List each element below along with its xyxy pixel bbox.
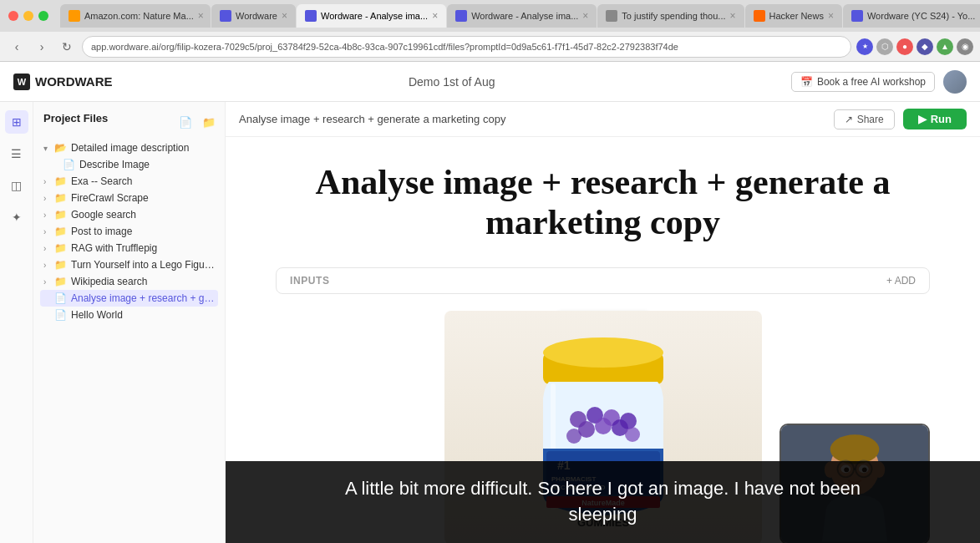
logo-icon: W: [13, 74, 30, 90]
browser-toolbar: ‹ › ↻ app.wordware.ai/org/filip-kozera-7…: [0, 32, 980, 62]
tab-hackernews[interactable]: Hacker News ×: [745, 4, 842, 28]
tree-item-detailed-image[interactable]: ▾ 📂 Detailed image description: [40, 140, 218, 156]
tab-label: Wordware (YC S24) - Yo...: [867, 11, 975, 21]
book-btn-label: Book a free AI workshop: [817, 76, 926, 88]
share-button[interactable]: ↗ Share: [834, 109, 895, 129]
folder-open-icon: 📂: [54, 142, 67, 154]
app-title: Demo 1st of Aug: [113, 75, 791, 89]
file-icon: 📄: [54, 309, 67, 321]
tree-item-rag[interactable]: › 📁 RAG with Trufflepig: [40, 240, 218, 256]
sidebar-icons: ⊞ ☰ ◫ ✦: [0, 102, 33, 543]
tab-wordware-analyse-2[interactable]: Wordware - Analyse ima... ×: [447, 4, 597, 28]
svg-point-21: [830, 434, 880, 464]
tab-wordware-yc[interactable]: Wordware (YC S24) - Yo... ×: [843, 4, 980, 28]
tab-close[interactable]: ×: [828, 10, 834, 22]
sidebar-icon-folder[interactable]: ◫: [5, 174, 28, 197]
tree-item-hello-world[interactable]: 📄 Hello World: [40, 307, 218, 323]
sidebar-icon-grid[interactable]: ⊞: [5, 110, 28, 134]
amazon-tab-icon: [69, 10, 80, 22]
file-tree: Project Files 📄 📁 ▾ 📂 Detailed image des…: [33, 102, 226, 543]
tab-wordware-analyse-active[interactable]: Wordware - Analyse ima... ×: [297, 4, 446, 28]
user-avatar[interactable]: [943, 70, 967, 94]
file-tree-title: Project Files: [40, 112, 108, 124]
tab-label: To justify spending thou...: [622, 11, 725, 21]
run-button[interactable]: ▶ Run: [903, 109, 967, 129]
app-content: W WORDWARE Demo 1st of Aug 📅 Book a free…: [0, 62, 980, 543]
tree-item-exa[interactable]: › 📁 Exa -- Search: [40, 173, 218, 190]
folder-icon: 📁: [54, 242, 67, 254]
bookmark-icon[interactable]: ★: [856, 38, 873, 55]
play-icon: ▶: [918, 113, 927, 125]
tree-item-google[interactable]: › 📁 Google search: [40, 206, 218, 223]
folder-icon: 📁: [54, 175, 67, 187]
book-workshop-button[interactable]: 📅 Book a free AI workshop: [791, 72, 935, 92]
tab-label: Wordware - Analyse ima...: [471, 11, 578, 21]
wordware-active-tab-icon: [305, 10, 317, 22]
minimize-traffic-light[interactable]: [23, 11, 33, 21]
forward-button[interactable]: ›: [32, 37, 52, 57]
tab-close[interactable]: ×: [582, 10, 588, 22]
tree-item-firecrawl[interactable]: › 📁 FireCrawl Scrape: [40, 190, 218, 206]
wordware-yc-tab-icon: [851, 10, 863, 22]
reload-button[interactable]: ↻: [57, 37, 77, 57]
chevron-right-icon: ›: [43, 194, 52, 203]
header-right: 📅 Book a free AI workshop: [791, 70, 967, 94]
tab-close[interactable]: ×: [730, 10, 736, 22]
tab-amazon[interactable]: Amazon.com: Nature Ma... ×: [60, 4, 211, 28]
chevron-down-icon: ▾: [43, 144, 52, 153]
share-btn-label: Share: [857, 114, 884, 125]
editor-area: Analyse image + research + generate a ma…: [226, 102, 980, 543]
back-button[interactable]: ‹: [7, 37, 27, 57]
tab-wordware-1[interactable]: Wordware ×: [211, 4, 296, 28]
tree-item-lego[interactable]: › 📁 Turn Yourself into a Lego Figure 🦄: [40, 256, 218, 273]
extension-icon-4[interactable]: ▲: [937, 38, 953, 55]
folder-icon: 📁: [54, 226, 67, 237]
prompt-title: Analyse image + research + generate a ma…: [276, 162, 930, 242]
tab-label: Amazon.com: Nature Ma...: [84, 11, 194, 21]
folder-icon: 📁: [54, 276, 67, 287]
justify-tab-icon: [606, 10, 617, 22]
tab-close[interactable]: ×: [282, 10, 287, 22]
subtitle-line2: sleeping: [569, 504, 637, 525]
maximize-traffic-light[interactable]: [38, 11, 48, 21]
share-icon: ↗: [845, 114, 853, 125]
tab-close[interactable]: ×: [198, 10, 204, 22]
tab-justify[interactable]: To justify spending thou... ×: [597, 4, 744, 28]
wordware-tab-icon: [220, 10, 231, 22]
new-file-icon[interactable]: 📄: [176, 114, 195, 132]
tree-item-describe-image[interactable]: 📄 Describe Image: [40, 156, 218, 173]
editor-toolbar: Analyse image + research + generate a ma…: [226, 102, 980, 137]
url-bar[interactable]: app.wordware.ai/org/filip-kozera-7029c5/…: [82, 36, 851, 58]
folder-icon: 📁: [54, 259, 67, 271]
subtitle-text: A little bit more difficult. So here I g…: [345, 478, 861, 525]
sidebar-icon-list[interactable]: ☰: [5, 142, 28, 165]
wordware-tab-icon-2: [455, 10, 467, 22]
sidebar-icon-star[interactable]: ✦: [5, 206, 28, 229]
subtitle-bar: A little bit more difficult. So here I g…: [226, 461, 980, 543]
inputs-bar: INPUTS + ADD: [276, 267, 930, 294]
chevron-right-icon: ›: [43, 277, 52, 287]
chevron-right-icon: ›: [43, 244, 52, 253]
extension-icon-5[interactable]: ◉: [957, 38, 973, 55]
extension-icon-1[interactable]: ⬡: [876, 38, 893, 55]
tab-label: Wordware: [236, 11, 277, 21]
svg-point-15: [595, 418, 612, 434]
tree-item-post[interactable]: › 📁 Post to image: [40, 223, 218, 240]
chevron-right-icon: ›: [43, 177, 52, 186]
tree-item-wikipedia[interactable]: › 📁 Wikipedia search: [40, 273, 218, 290]
extension-icon-2[interactable]: ●: [896, 38, 913, 55]
app-header: W WORDWARE Demo 1st of Aug 📅 Book a free…: [0, 62, 980, 102]
tree-item-analyse-active[interactable]: 📄 Analyse image + research + genera...: [40, 290, 218, 307]
book-icon: 📅: [800, 76, 813, 88]
tab-close[interactable]: ×: [432, 10, 438, 22]
add-button[interactable]: + ADD: [886, 275, 916, 287]
close-traffic-light[interactable]: [8, 11, 18, 21]
folder-icon: 📁: [54, 192, 67, 204]
tab-label: Hacker News: [769, 11, 824, 21]
chevron-right-icon: ›: [43, 211, 52, 220]
folder-icon: 📁: [54, 209, 67, 221]
extension-icon-3[interactable]: ◆: [917, 38, 933, 55]
editor-breadcrumb: Analyse image + research + generate a ma…: [239, 113, 825, 125]
new-folder-icon[interactable]: 📁: [200, 114, 218, 132]
toolbar-icons: ★ ⬡ ● ◆ ▲ ◉: [856, 38, 973, 55]
